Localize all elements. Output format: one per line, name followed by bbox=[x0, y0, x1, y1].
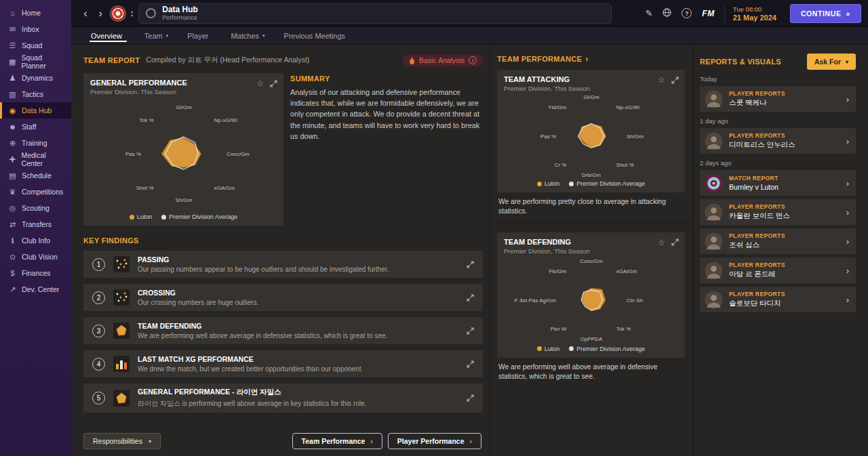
sidebar-item-label: Squad Planner bbox=[22, 54, 67, 70]
report-card-match[interactable]: MATCH REPORTBurnley v Luton › bbox=[700, 170, 856, 196]
general-performance-card: GENERAL PERFORMANCE Premier Division, Th… bbox=[83, 73, 283, 226]
key-finding-crossing[interactable]: 2 CROSSINGOur crossing numbers are huge … bbox=[83, 284, 483, 311]
divider bbox=[490, 224, 693, 224]
sidebar-item-label: Staff bbox=[22, 123, 36, 131]
sidebar-item-home[interactable]: ⌂Home bbox=[0, 5, 71, 21]
caret-down-icon: ▾ bbox=[166, 33, 169, 39]
team-attacking-radar-chart: Gl/GmNp-xG/90Sh/GmShot %Drb/GmCr %Pas %F… bbox=[497, 92, 685, 179]
chevron-right-icon: › bbox=[585, 54, 588, 64]
expand-icon[interactable] bbox=[671, 77, 679, 84]
expand-icon[interactable] bbox=[671, 239, 679, 246]
tactics-icon: ▥ bbox=[8, 90, 17, 99]
edit-icon[interactable]: ✎ bbox=[645, 8, 652, 18]
team-performance-link[interactable]: TEAM PERFORMANCE › bbox=[497, 54, 685, 64]
sidebar-item-club-info[interactable]: ℹClub Info bbox=[0, 232, 71, 249]
expand-icon[interactable] bbox=[270, 80, 277, 87]
sidebar-item-finances[interactable]: $Finances bbox=[0, 265, 71, 281]
report-card-player-4[interactable]: PLAYER REPORTS조쉬 심스 › bbox=[700, 228, 856, 254]
report-card-player-0[interactable]: PLAYER REPORTS스콧 맥케나 › bbox=[700, 86, 856, 112]
expand-icon[interactable] bbox=[467, 327, 474, 335]
team-defending-card: TEAM DEFENDING Premier Division, This Se… bbox=[497, 232, 685, 358]
legend-label: Luton bbox=[545, 346, 560, 352]
screen-title-dropdown[interactable]: Data Hub Performance bbox=[138, 3, 612, 24]
finding-number: 5 bbox=[92, 392, 105, 405]
report-card-player-3[interactable]: PLAYER REPORTS카올란 보이드 먼스 › bbox=[700, 199, 856, 225]
player-performance-button[interactable]: Player Performance› bbox=[388, 433, 481, 449]
home-icon: ⌂ bbox=[8, 9, 17, 17]
chevron-right-icon: › bbox=[846, 236, 849, 247]
finding-description: We are performing well above average in … bbox=[138, 332, 387, 339]
basic-analysis-label: Basic Analysis bbox=[419, 56, 465, 64]
chevron-right-icon: › bbox=[846, 266, 849, 276]
world-icon[interactable] bbox=[663, 8, 671, 18]
tab-team[interactable]: Team▾ bbox=[136, 27, 177, 44]
key-finding-team-defending[interactable]: 3 TEAM DEFENDINGWe are performing well a… bbox=[83, 317, 483, 344]
favourite-star-icon[interactable]: ☆ bbox=[658, 238, 665, 247]
tab-overview[interactable]: Overview bbox=[82, 27, 134, 44]
expand-icon[interactable] bbox=[467, 261, 474, 268]
sidebar-item-club-vision[interactable]: ⊙Club Vision bbox=[0, 249, 71, 265]
report-card-player-6[interactable]: PLAYER REPORTS슬로보단 타디치 › bbox=[700, 287, 856, 312]
help-icon[interactable]: ? bbox=[682, 8, 692, 18]
sidebar-item-dynamics[interactable]: ♟Dynamics bbox=[0, 70, 71, 86]
club-switcher[interactable]: ▴▾ bbox=[131, 9, 133, 18]
sidebar-item-tactics[interactable]: ▥Tactics bbox=[0, 86, 71, 102]
sidebar-item-label: Data Hub bbox=[22, 106, 52, 115]
tab-previous-meetings[interactable]: Previous Meetings bbox=[275, 27, 358, 44]
expand-icon[interactable] bbox=[467, 294, 474, 302]
continue-button[interactable]: CONTINUE » bbox=[790, 4, 861, 23]
sidebar-item-dev-center[interactable]: ↗Dev. Center bbox=[0, 281, 71, 297]
team-performance-button[interactable]: Team Performance› bbox=[292, 433, 382, 449]
sidebar-item-schedule[interactable]: ▤Schedule bbox=[0, 167, 71, 184]
report-type: PLAYER REPORTS bbox=[729, 291, 785, 297]
expand-icon[interactable] bbox=[467, 394, 474, 402]
svg-text:Fld/Gm: Fld/Gm bbox=[548, 104, 566, 110]
sidebar-item-medical-center[interactable]: ✚Medical Center bbox=[0, 151, 71, 167]
competitions-icon: ♛ bbox=[8, 188, 17, 196]
report-type: PLAYER REPORTS bbox=[729, 232, 785, 239]
legend-label: Luton bbox=[545, 180, 560, 187]
tab-matches[interactable]: Matches▾ bbox=[222, 27, 273, 44]
team-defending-subtitle: Premier Division, This Season bbox=[504, 247, 590, 255]
favourite-star-icon[interactable]: ☆ bbox=[658, 75, 665, 85]
summary-text: Analysis of our attacking and defensive … bbox=[290, 87, 483, 142]
sidebar-item-squad[interactable]: ☰Squad bbox=[0, 37, 71, 54]
report-card-player-1[interactable]: PLAYER REPORTS디미트리스 안누리스 › bbox=[700, 128, 856, 154]
responsibilities-button[interactable]: Responsibilities ▾ bbox=[83, 433, 161, 449]
sidebar-item-label: Club Vision bbox=[22, 253, 58, 261]
legend-dot-average bbox=[569, 346, 574, 351]
club-crest-icon[interactable] bbox=[111, 6, 125, 21]
sidebar-item-squad-planner[interactable]: ▦Squad Planner bbox=[0, 54, 71, 70]
sidebar-item-competitions[interactable]: ♛Competitions bbox=[0, 184, 71, 200]
team-attacking-title: TEAM ATTACKING bbox=[504, 75, 590, 83]
dynamics-icon: ♟ bbox=[8, 74, 17, 83]
ask-for-button[interactable]: Ask For ▾ bbox=[807, 54, 856, 70]
screen-subtitle: Performance bbox=[162, 14, 198, 21]
favourite-star-icon[interactable]: ☆ bbox=[256, 79, 264, 88]
sidebar-item-data-hub[interactable]: ◉Data Hub bbox=[0, 102, 71, 119]
report-card-player-5[interactable]: PLAYER REPORTS아담 르 폰드레 › bbox=[700, 257, 856, 283]
team-performance-header: TEAM PERFORMANCE bbox=[497, 55, 582, 63]
back-button[interactable]: ‹ bbox=[81, 9, 90, 18]
sidebar-item-inbox[interactable]: ✉Inbox bbox=[0, 21, 71, 37]
svg-text:Gl/Gm: Gl/Gm bbox=[583, 94, 599, 100]
sidebar-item-training[interactable]: ⊕Training bbox=[0, 135, 71, 151]
key-finding-last-match-xg[interactable]: 4 LAST MATCH XG PERFORMANCEWe drew the m… bbox=[83, 350, 483, 377]
sidebar-item-scouting[interactable]: ◎Scouting bbox=[0, 200, 71, 216]
finding-description: Our crossing numbers are huge outliers. bbox=[138, 299, 258, 306]
squad-planner-icon: ▦ bbox=[8, 58, 17, 66]
caret-down-icon: ▾ bbox=[846, 59, 848, 65]
key-finding-passing[interactable]: 1 PASSINGOur passing numbers appear to b… bbox=[83, 251, 483, 278]
sidebar-item-staff[interactable]: ☻Staff bbox=[0, 119, 71, 135]
sidebar-item-transfers[interactable]: ⇄Transfers bbox=[0, 216, 71, 232]
fm-logo[interactable]: FM bbox=[702, 9, 714, 18]
game-date: Tue 08:00 21 May 2024 bbox=[724, 3, 785, 24]
bar-chart-icon bbox=[113, 356, 130, 372]
player-avatar bbox=[705, 132, 723, 150]
key-finding-general-performance-player[interactable]: 5 GENERAL PERFORMANCE - 라이언 자일스라이언 자일스 i… bbox=[83, 384, 483, 413]
basic-analysis-button[interactable]: Basic Analysis i bbox=[403, 54, 483, 66]
expand-icon[interactable] bbox=[467, 360, 474, 368]
forward-button[interactable]: › bbox=[96, 9, 105, 18]
tab-label: Matches bbox=[231, 32, 259, 40]
tab-player[interactable]: Player bbox=[178, 27, 220, 44]
